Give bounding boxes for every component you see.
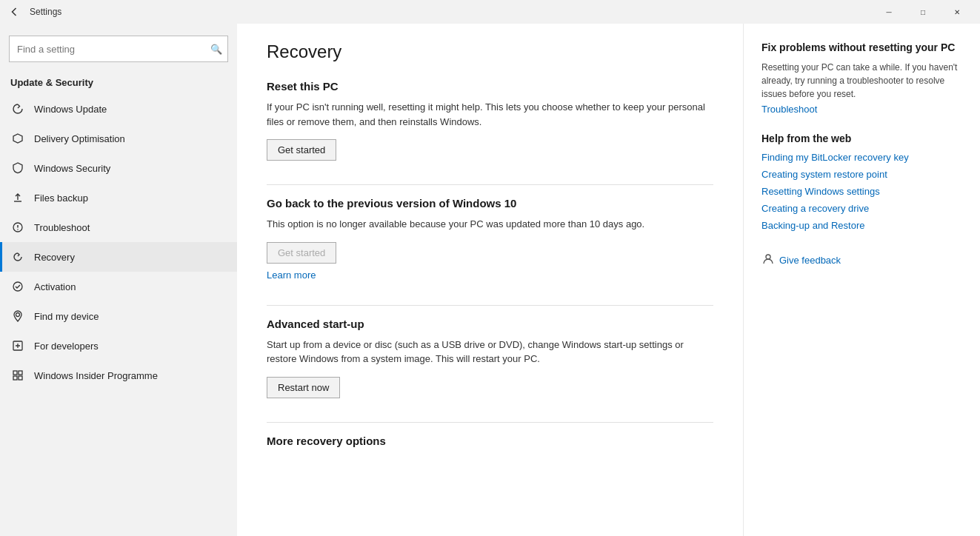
window-controls: ─ □ ✕ bbox=[872, 0, 974, 24]
sidebar-item-windows-security[interactable]: Windows Security bbox=[0, 153, 237, 183]
sidebar-item-insider-label: Windows Insider Programme bbox=[34, 370, 158, 381]
go-back-desc: This option is no longer available becau… bbox=[267, 217, 713, 232]
go-back-button[interactable]: Get started bbox=[267, 242, 336, 264]
give-feedback-link[interactable]: Give feedback bbox=[779, 255, 841, 266]
svg-point-3 bbox=[16, 313, 20, 317]
reset-pc-button[interactable]: Get started bbox=[267, 139, 336, 161]
go-back-title: Go back to the previous version of Windo… bbox=[267, 197, 713, 210]
advanced-startup-title: Advanced start-up bbox=[267, 318, 713, 330]
search-wrapper: 🔍 bbox=[9, 36, 228, 62]
sidebar-item-files-backup[interactable]: Files backup bbox=[0, 183, 237, 212]
sidebar-section-title: Update & Security bbox=[0, 71, 237, 94]
go-back-section: Go back to the previous version of Windo… bbox=[267, 197, 713, 281]
reset-pc-desc: If your PC isn't running well, resetting… bbox=[267, 100, 713, 129]
sidebar-item-troubleshoot[interactable]: Troubleshoot bbox=[0, 212, 237, 242]
divider-3 bbox=[267, 422, 713, 423]
insider-icon bbox=[10, 368, 25, 383]
sidebar-item-windows-update-label: Windows Update bbox=[34, 104, 107, 115]
sidebar-item-recovery[interactable]: Recovery bbox=[0, 242, 237, 272]
titlebar: Settings ─ □ ✕ bbox=[0, 0, 980, 24]
sidebar-item-windows-insider[interactable]: Windows Insider Programme bbox=[0, 361, 237, 390]
sidebar-item-find-device[interactable]: Find my device bbox=[0, 301, 237, 331]
sidebar-item-developers-label: For developers bbox=[34, 341, 99, 352]
divider-2 bbox=[267, 305, 713, 306]
sidebar-item-security-label: Windows Security bbox=[34, 163, 110, 174]
help-link-1[interactable]: Creating system restore point bbox=[761, 169, 962, 180]
svg-point-2 bbox=[13, 282, 22, 291]
search-input[interactable] bbox=[9, 36, 228, 62]
help-link-4[interactable]: Backing-up and Restore bbox=[761, 220, 962, 231]
restart-now-button[interactable]: Restart now bbox=[267, 377, 340, 398]
more-options-title: More recovery options bbox=[267, 435, 713, 447]
sidebar-item-troubleshoot-label: Troubleshoot bbox=[34, 222, 90, 233]
shield-icon bbox=[10, 161, 25, 175]
windows-update-icon bbox=[10, 101, 25, 116]
help-link-2[interactable]: Resetting Windows settings bbox=[761, 186, 962, 197]
backup-icon bbox=[10, 190, 25, 205]
feedback-icon bbox=[761, 252, 775, 268]
troubleshoot-icon bbox=[10, 220, 25, 235]
svg-rect-8 bbox=[19, 376, 22, 380]
help-link-0[interactable]: Finding my BitLocker recovery key bbox=[761, 152, 962, 163]
page-title: Recovery bbox=[267, 41, 713, 62]
help-title: Help from the web bbox=[761, 133, 962, 144]
right-panel: Fix problems without resetting your PC R… bbox=[743, 24, 980, 536]
close-button[interactable]: ✕ bbox=[940, 0, 974, 24]
back-button[interactable] bbox=[6, 3, 24, 21]
app-body: 🔍 Update & Security Windows Update Deliv… bbox=[0, 24, 980, 536]
sidebar-item-for-developers[interactable]: For developers bbox=[0, 331, 237, 361]
reset-pc-section: Reset this PC If your PC isn't running w… bbox=[267, 80, 713, 161]
fix-desc: Resetting your PC can take a while. If y… bbox=[761, 61, 962, 101]
activation-icon bbox=[10, 279, 25, 294]
sidebar-item-activation-label: Activation bbox=[34, 281, 76, 292]
delivery-icon bbox=[10, 131, 25, 146]
more-options-section: More recovery options bbox=[267, 435, 713, 447]
help-links-section: Help from the web Finding my BitLocker r… bbox=[761, 133, 962, 231]
find-device-icon bbox=[10, 309, 25, 324]
app-title: Settings bbox=[30, 7, 61, 17]
svg-marker-0 bbox=[13, 134, 22, 143]
learn-more-link[interactable]: Learn more bbox=[267, 269, 316, 281]
fix-title: Fix problems without resetting your PC bbox=[761, 41, 962, 53]
sidebar-item-delivery-optimisation[interactable]: Delivery Optimisation bbox=[0, 124, 237, 153]
sidebar-item-delivery-label: Delivery Optimisation bbox=[34, 133, 125, 144]
help-link-3[interactable]: Creating a recovery drive bbox=[761, 203, 962, 214]
sidebar-item-activation[interactable]: Activation bbox=[0, 272, 237, 301]
divider-1 bbox=[267, 184, 713, 185]
minimize-button[interactable]: ─ bbox=[872, 0, 906, 24]
main-content: Recovery Reset this PC If your PC isn't … bbox=[237, 24, 743, 536]
sidebar-item-backup-label: Files backup bbox=[34, 192, 88, 204]
svg-rect-6 bbox=[19, 371, 22, 375]
sidebar: 🔍 Update & Security Windows Update Deliv… bbox=[0, 24, 237, 536]
feedback-row: Give feedback bbox=[761, 252, 962, 268]
reset-pc-title: Reset this PC bbox=[267, 80, 713, 93]
sidebar-item-windows-update[interactable]: Windows Update bbox=[0, 94, 237, 124]
sidebar-item-recovery-label: Recovery bbox=[34, 252, 75, 263]
svg-point-9 bbox=[766, 255, 770, 259]
maximize-button[interactable]: □ bbox=[906, 0, 940, 24]
developers-icon bbox=[10, 338, 25, 353]
sidebar-item-find-device-label: Find my device bbox=[34, 311, 99, 322]
recovery-icon bbox=[10, 249, 25, 264]
svg-rect-7 bbox=[13, 376, 17, 380]
svg-rect-5 bbox=[13, 371, 17, 375]
advanced-startup-section: Advanced start-up Start up from a device… bbox=[267, 318, 713, 398]
troubleshoot-link[interactable]: Troubleshoot bbox=[761, 104, 962, 115]
advanced-startup-desc: Start up from a device or disc (such as … bbox=[267, 338, 713, 366]
